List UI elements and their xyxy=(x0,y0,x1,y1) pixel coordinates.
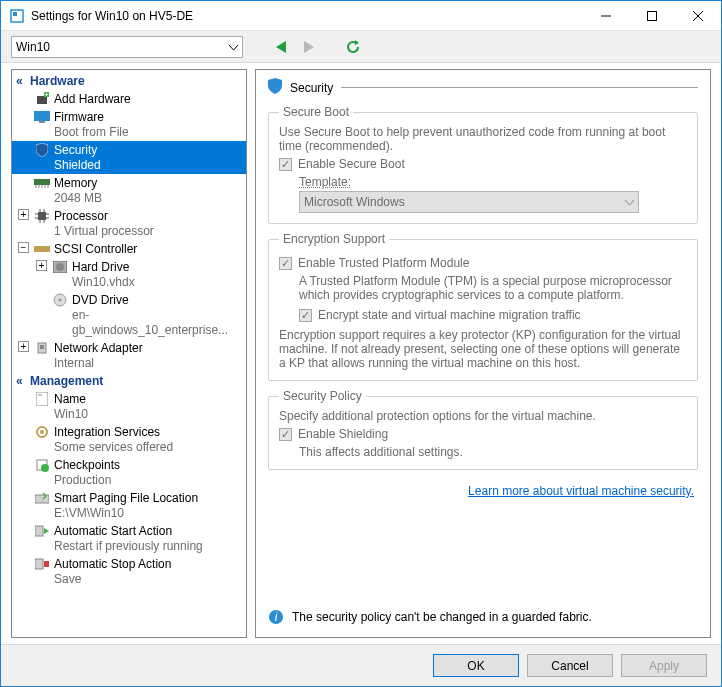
template-label: Template: xyxy=(299,175,687,189)
toolbar: Win10 xyxy=(1,31,721,63)
affects-label: This affects additional settings. xyxy=(279,445,687,459)
svg-rect-1 xyxy=(13,12,17,16)
tree-security[interactable]: Security Shielded xyxy=(12,141,246,174)
tree-auto-stop[interactable]: Automatic Stop Action Save xyxy=(12,555,246,588)
svg-rect-36 xyxy=(40,345,44,349)
secure-boot-desc: Use Secure Boot to help prevent unauthor… xyxy=(279,125,687,153)
svg-point-32 xyxy=(56,263,64,271)
enable-tpm-checkbox: ✓ xyxy=(279,257,292,270)
kp-desc: Encryption support requires a key protec… xyxy=(279,328,687,370)
content-title: Security xyxy=(290,81,333,95)
svg-rect-44 xyxy=(35,526,43,536)
vm-select-value: Win10 xyxy=(16,40,50,54)
svg-marker-45 xyxy=(44,528,49,534)
tree-add-hardware[interactable]: Add Hardware xyxy=(12,90,246,108)
tree-integration[interactable]: Integration Services Some services offer… xyxy=(12,423,246,456)
svg-rect-9 xyxy=(37,96,47,104)
info-row: i The security policy can't be changed i… xyxy=(268,599,698,629)
svg-rect-30 xyxy=(34,246,50,252)
tree-name[interactable]: Name Win10 xyxy=(12,390,246,423)
tree-checkpoints[interactable]: Checkpoints Production xyxy=(12,456,246,489)
paging-icon xyxy=(34,490,50,506)
svg-point-34 xyxy=(59,299,62,302)
processor-icon xyxy=(34,208,50,224)
app-icon xyxy=(9,8,25,24)
body: «Hardware Add Hardware Firmware Boot fro… xyxy=(1,63,721,644)
hard-drive-icon xyxy=(52,259,68,275)
expand-icon[interactable]: + xyxy=(36,260,47,271)
tree-paging[interactable]: Smart Paging File Location E:\VM\Win10 xyxy=(12,489,246,522)
svg-rect-46 xyxy=(35,559,43,569)
dvd-icon xyxy=(52,292,68,308)
refresh-button[interactable] xyxy=(343,37,363,57)
tpm-desc: A Trusted Platform Module (TPM) is a spe… xyxy=(279,274,687,302)
info-icon: i xyxy=(268,609,284,625)
checkpoints-icon xyxy=(34,457,50,473)
tree-dvd-drive[interactable]: DVD Drive en-gb_windows_10_enterprise... xyxy=(12,291,246,339)
settings-window: Settings for Win10 on HV5-DE Win10 «Hard… xyxy=(0,0,722,687)
chevron-down-icon xyxy=(229,40,238,54)
cancel-button[interactable]: Cancel xyxy=(527,654,613,677)
ok-button[interactable]: OK xyxy=(433,654,519,677)
settings-tree[interactable]: «Hardware Add Hardware Firmware Boot fro… xyxy=(11,69,247,638)
divider xyxy=(341,87,698,88)
enable-shielding-checkbox: ✓ xyxy=(279,428,292,441)
svg-marker-6 xyxy=(276,41,286,53)
firmware-icon xyxy=(34,109,50,125)
window-title: Settings for Win10 on HV5-DE xyxy=(31,9,583,23)
svg-rect-37 xyxy=(36,392,48,406)
security-policy-legend: Security Policy xyxy=(279,389,366,403)
maximize-button[interactable] xyxy=(629,1,675,30)
minimize-button[interactable] xyxy=(583,1,629,30)
tree-hard-drive[interactable]: + Hard Drive Win10.vhdx xyxy=(12,258,246,291)
auto-start-icon xyxy=(34,523,50,539)
encryption-legend: Encryption Support xyxy=(279,232,389,246)
svg-marker-8 xyxy=(355,40,359,45)
integration-icon xyxy=(34,424,50,440)
collapse-icon[interactable]: − xyxy=(18,242,29,253)
shield-icon xyxy=(268,78,282,97)
info-message: The security policy can't be changed in … xyxy=(292,610,592,624)
learn-more-link[interactable]: Learn more about virtual machine securit… xyxy=(268,484,694,498)
tree-auto-start[interactable]: Automatic Start Action Restart if previo… xyxy=(12,522,246,555)
svg-rect-3 xyxy=(648,11,657,20)
expand-icon[interactable]: + xyxy=(18,209,29,220)
enable-secure-boot-checkbox: ✓ xyxy=(279,158,292,171)
content-pane: Security Secure Boot Use Secure Boot to … xyxy=(255,69,711,638)
memory-icon xyxy=(34,175,50,191)
enable-secure-boot-label: Enable Secure Boot xyxy=(298,157,405,171)
svg-rect-43 xyxy=(35,495,49,503)
tree-processor[interactable]: + Processor 1 Virtual processor xyxy=(12,207,246,240)
close-button[interactable] xyxy=(675,1,721,30)
encrypt-traffic-checkbox: ✓ xyxy=(299,309,312,322)
svg-point-40 xyxy=(40,430,44,434)
controller-icon xyxy=(34,241,50,257)
tree-firmware[interactable]: Firmware Boot from File xyxy=(12,108,246,141)
secure-boot-legend: Secure Boot xyxy=(279,105,353,119)
expand-icon[interactable]: + xyxy=(18,341,29,352)
security-policy-group: Security Policy Specify additional prote… xyxy=(268,389,698,470)
vm-select[interactable]: Win10 xyxy=(11,36,243,58)
shield-icon xyxy=(34,142,50,158)
apply-button: Apply xyxy=(621,654,707,677)
chevron-down-icon xyxy=(625,195,634,209)
encrypt-traffic-label: Encrypt state and virtual machine migrat… xyxy=(318,308,581,322)
svg-rect-47 xyxy=(44,561,49,567)
secure-boot-group: Secure Boot Use Secure Boot to help prev… xyxy=(268,105,698,224)
template-dropdown: Microsoft Windows xyxy=(299,191,639,213)
tree-memory[interactable]: Memory 2048 MB xyxy=(12,174,246,207)
add-hardware-icon xyxy=(34,91,50,107)
svg-rect-15 xyxy=(34,179,50,185)
policy-desc: Specify additional protection options fo… xyxy=(279,409,687,423)
svg-point-42 xyxy=(41,464,49,472)
svg-rect-14 xyxy=(39,121,45,123)
back-button[interactable] xyxy=(271,37,291,57)
tree-network[interactable]: + Network Adapter Internal xyxy=(12,339,246,372)
tree-scsi[interactable]: − SCSI Controller xyxy=(12,240,246,258)
auto-stop-icon xyxy=(34,556,50,572)
svg-marker-7 xyxy=(304,41,314,53)
svg-text:i: i xyxy=(275,610,278,624)
enable-shielding-label: Enable Shielding xyxy=(298,427,388,441)
forward-button[interactable] xyxy=(299,37,319,57)
encryption-group: Encryption Support ✓ Enable Trusted Plat… xyxy=(268,232,698,381)
